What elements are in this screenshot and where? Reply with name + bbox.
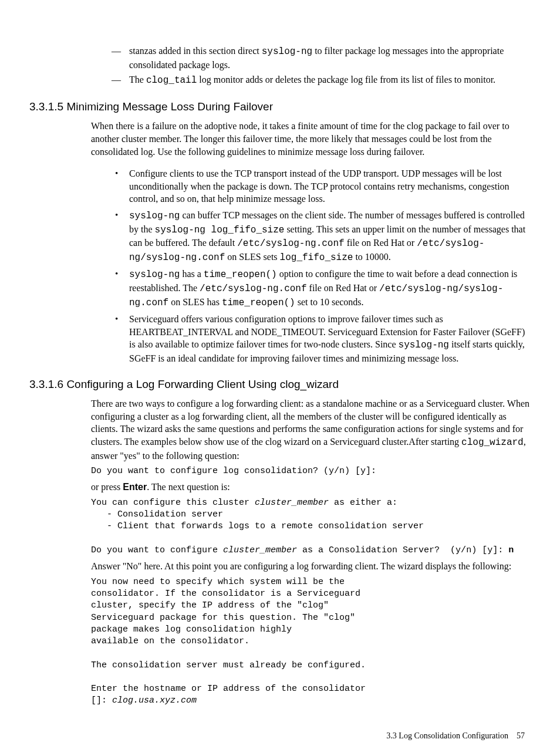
code: time_reopen() bbox=[204, 269, 277, 280]
text: set to 10 seconds. bbox=[295, 297, 364, 307]
footer-page: 57 bbox=[517, 731, 525, 740]
text: The bbox=[129, 75, 146, 85]
var: cluster_member bbox=[255, 498, 329, 508]
para-3316-2: or press Enter. The next question is: bbox=[91, 481, 531, 494]
user-input: n bbox=[508, 545, 514, 555]
page-footer: 3.3 Log Consolidation Configuration 57 bbox=[29, 731, 531, 742]
line: - Consolidation server bbox=[91, 509, 223, 519]
text: to 10000. bbox=[353, 252, 390, 262]
text: file on Red Hat or bbox=[307, 283, 380, 293]
code-block-1: Do you want to configure log consolidati… bbox=[91, 465, 531, 477]
para-3316-3: Answer "No" here. At this point you are … bbox=[91, 560, 531, 573]
code: syslog-ng bbox=[262, 46, 312, 57]
bullet-2: syslog-ng can buffer TCP messages on the… bbox=[112, 209, 531, 264]
text: file on Red Hat or bbox=[345, 238, 417, 248]
code: log_fifo_size bbox=[280, 252, 353, 263]
prompt: []: bbox=[91, 696, 112, 706]
line: Do you want to configure bbox=[91, 545, 223, 555]
text: has a bbox=[180, 269, 203, 279]
code: syslog-ng log_fifo_size bbox=[155, 225, 285, 235]
bullet-4: Serviceguard offers various configuratio… bbox=[112, 313, 531, 364]
code: syslog-ng bbox=[399, 340, 449, 350]
text: . The next question is: bbox=[147, 482, 230, 492]
text: log monitor adds or deletes the package … bbox=[197, 75, 495, 85]
code-block-3: You now need to specify which system wil… bbox=[91, 576, 531, 707]
bullet-3: syslog-ng has a time_reopen() option to … bbox=[112, 268, 531, 309]
code: /etc/syslog-ng.conf bbox=[200, 283, 306, 294]
var: cluster_member bbox=[223, 545, 297, 555]
heading-3316: 3.3.1.6 Configuring a Log Forwarding Cli… bbox=[29, 377, 531, 392]
code: syslog-ng bbox=[129, 211, 180, 221]
footer-section: 3.3 Log Consolidation Configuration bbox=[386, 731, 508, 740]
line: You can configure this cluster bbox=[91, 498, 255, 508]
code: time_reopen() bbox=[222, 298, 295, 308]
bullet-list-3315: Configure clients to use the TCP transpo… bbox=[112, 167, 531, 364]
code: /etc/syslog-ng.conf bbox=[237, 238, 344, 249]
user-input: clog.usa.xyz.com bbox=[112, 696, 197, 706]
text: stanzas added in this section direct bbox=[129, 46, 262, 56]
para-3316-1: There are two ways to configure a log fo… bbox=[91, 397, 531, 462]
para-3315: When there is a failure on the adoptive … bbox=[91, 120, 531, 158]
intro-item-2: The clog_tail log monitor adds or delete… bbox=[112, 73, 531, 87]
text: or press bbox=[91, 482, 123, 492]
enter-key: Enter bbox=[123, 482, 147, 492]
line: as a Consolidation Server? (y/n) [y]: bbox=[297, 545, 508, 555]
bullet-1: Configure clients to use the TCP transpo… bbox=[112, 167, 531, 205]
intro-item-1: stanzas added in this section direct sys… bbox=[112, 45, 531, 71]
text: on SLES has bbox=[168, 297, 222, 307]
code: clog_tail bbox=[146, 75, 197, 86]
line: as either a: bbox=[329, 498, 397, 508]
code-block-2: You can configure this cluster cluster_m… bbox=[91, 497, 531, 556]
line: - Client that forwards logs to a remote … bbox=[91, 521, 424, 531]
intro-dash-list: stanzas added in this section direct sys… bbox=[112, 45, 531, 87]
block: You now need to specify which system wil… bbox=[91, 577, 366, 694]
code: clog_wizard bbox=[461, 437, 524, 448]
heading-3315: 3.3.1.5 Minimizing Message Loss During F… bbox=[29, 99, 531, 114]
text: on SLES sets bbox=[225, 252, 279, 262]
code: syslog-ng bbox=[129, 269, 180, 280]
